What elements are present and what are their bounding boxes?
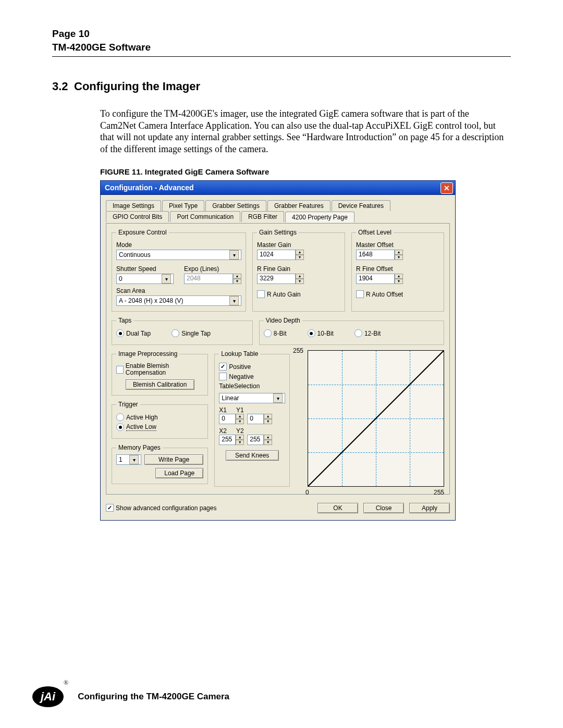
x1-spin[interactable]: 0▲▼ <box>219 414 244 424</box>
tablesel-value: Linear <box>222 394 239 402</box>
rfine-offset-spin[interactable]: 1904 ▲▼ <box>356 274 403 284</box>
expo-spin[interactable]: 2048 ▲▼ <box>184 274 241 284</box>
12bit-label: 12-Bit <box>364 330 381 337</box>
rfine-gain-label: R Fine Gain <box>257 265 340 273</box>
positive-check[interactable]: Positive <box>219 363 285 371</box>
x1-value: 0 <box>219 414 236 424</box>
spinner-icon[interactable]: ▲▼ <box>296 274 304 284</box>
auto-gain-check[interactable]: R Auto Gain <box>257 290 340 298</box>
mode-label: Mode <box>116 241 241 249</box>
active-high-radio[interactable]: Active High <box>116 413 203 421</box>
rfine-gain-spin[interactable]: 3229 ▲▼ <box>257 274 304 284</box>
y2-spin[interactable]: 255▲▼ <box>247 435 272 445</box>
auto-offset-check[interactable]: R Auto Offset <box>356 290 439 298</box>
scan-label: Scan Area <box>116 287 241 294</box>
master-gain-label: Master Gain <box>257 241 340 249</box>
10bit-label: 10-Bit <box>317 330 334 337</box>
memory-group: Memory Pages 1 ▾ Write Page Load Page <box>112 444 208 484</box>
single-tap-radio[interactable]: Single Tap <box>172 329 211 337</box>
scan-select[interactable]: A - 2048 (H) x 2048 (V) ▾ <box>116 295 241 306</box>
tablesel-select[interactable]: Linear ▾ <box>219 393 285 403</box>
exposure-group: Exposure Control Mode Continuous ▾ Shutt… <box>112 229 246 312</box>
footer-text: Configuring the TM-4200GE Camera <box>78 692 229 702</box>
write-page-button[interactable]: Write Page <box>144 454 203 465</box>
spinner-icon[interactable]: ▲▼ <box>395 250 403 260</box>
spinner-icon[interactable]: ▲▼ <box>264 414 272 424</box>
8bit-radio[interactable]: 8-Bit <box>264 329 287 337</box>
negative-check[interactable]: Negative <box>219 373 285 380</box>
memory-value: 1 <box>119 456 123 463</box>
spinner-icon[interactable]: ▲▼ <box>264 435 272 445</box>
send-knees-button[interactable]: Send Knees <box>226 450 279 461</box>
8bit-label: 8-Bit <box>274 330 287 337</box>
x2-value: 255 <box>219 435 236 445</box>
memory-page-select[interactable]: 1 ▾ <box>116 454 141 465</box>
tab-port-comm[interactable]: Port Communication <box>170 211 240 222</box>
12bit-radio[interactable]: 12-Bit <box>354 329 381 337</box>
show-advanced-check[interactable]: Show advanced configuration pages <box>106 504 312 512</box>
blemish-label: Enable Blemish Compensation <box>126 363 203 376</box>
close-button[interactable]: Close <box>363 503 404 513</box>
master-gain-spin[interactable]: 1024 ▲▼ <box>257 250 304 260</box>
mode-value: Continuous <box>119 251 151 258</box>
master-offset-spin[interactable]: 1648 ▲▼ <box>356 250 403 260</box>
master-offset-value: 1648 <box>356 250 395 260</box>
chevron-down-icon: ▾ <box>129 455 139 464</box>
master-gain-value: 1024 <box>257 250 296 260</box>
dual-tap-radio[interactable]: Dual Tap <box>116 329 151 337</box>
dialog-title: Configuration - Advanced <box>105 183 194 192</box>
tab-rgb-filter[interactable]: RGB Filter <box>241 211 284 222</box>
negative-label: Negative <box>229 373 253 380</box>
active-low-radio[interactable]: Active Low <box>116 423 203 431</box>
spinner-icon[interactable]: ▲▼ <box>296 250 304 260</box>
apply-button[interactable]: Apply <box>409 503 450 513</box>
expo-value: 2048 <box>184 274 233 284</box>
section-title: Configuring the Imager <box>74 80 200 93</box>
trigger-legend: Trigger <box>116 401 140 408</box>
auto-gain-label: R Auto Gain <box>267 291 301 298</box>
tab-pixel-type[interactable]: Pixel Type <box>162 200 204 211</box>
chevron-down-icon: ▾ <box>229 250 239 260</box>
master-offset-label: Master Offset <box>356 241 439 249</box>
y2-value: 255 <box>247 435 264 445</box>
tab-grabber-features[interactable]: Grabber Features <box>267 200 331 211</box>
positive-label: Positive <box>229 363 251 371</box>
tab-image-settings[interactable]: Image Settings <box>106 200 161 211</box>
spinner-icon[interactable]: ▲▼ <box>236 414 244 424</box>
titlebar: Configuration - Advanced ✕ <box>101 181 455 195</box>
close-icon[interactable]: ✕ <box>440 182 453 194</box>
spinner-icon[interactable]: ▲▼ <box>395 274 403 284</box>
mode-select[interactable]: Continuous ▾ <box>116 250 241 260</box>
tab-device-features[interactable]: Device Features <box>332 200 390 211</box>
trigger-group: Trigger Active High Active Low <box>112 401 208 439</box>
ok-button[interactable]: OK <box>317 503 358 513</box>
radio-icon <box>172 329 179 337</box>
video-depth-group: Video Depth 8-Bit 10-Bit <box>259 317 444 345</box>
chevron-down-icon: ▾ <box>229 296 239 305</box>
checkbox-icon <box>356 290 364 298</box>
tab-grabber-settings[interactable]: Grabber Settings <box>205 200 266 211</box>
taps-group: Taps Dual Tap Single Tap <box>112 317 253 345</box>
blemish-calibration-button[interactable]: Blemish Calibration <box>126 379 194 390</box>
y1-spin[interactable]: 0▲▼ <box>247 414 272 424</box>
plot-x-max: 255 <box>434 489 444 496</box>
spinner-icon[interactable]: ▲▼ <box>236 435 244 445</box>
shutter-select[interactable]: 0 ▾ <box>116 274 174 284</box>
checkbox-icon <box>219 373 227 380</box>
exposure-legend: Exposure Control <box>116 229 169 236</box>
10bit-radio[interactable]: 10-Bit <box>308 329 334 337</box>
jai-logo-icon: jAi <box>32 686 64 707</box>
load-page-button[interactable]: Load Page <box>155 468 203 478</box>
radio-icon <box>264 329 272 337</box>
tab-4200-property[interactable]: 4200 Property Page <box>285 212 354 223</box>
tab-gpio[interactable]: GPIO Control Bits <box>106 211 169 222</box>
checkbox-icon <box>219 363 227 371</box>
auto-offset-label: R Auto Offset <box>366 291 403 298</box>
blemish-check[interactable]: Enable Blemish Compensation <box>116 363 203 376</box>
rfine-gain-value: 3229 <box>257 274 296 284</box>
x2-spin[interactable]: 255▲▼ <box>219 435 244 445</box>
spinner-icon[interactable]: ▲▼ <box>233 274 241 284</box>
shutter-value: 0 <box>119 275 123 282</box>
checkbox-icon <box>116 366 124 374</box>
registered-icon: ® <box>64 679 68 687</box>
